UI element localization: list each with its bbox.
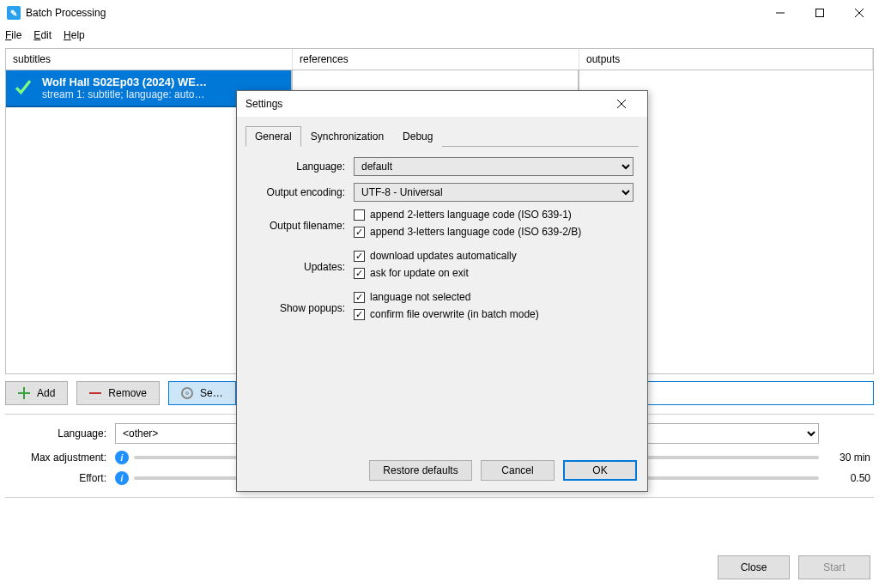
tab-synchronization[interactable]: Synchronization xyxy=(301,126,393,147)
subtitle-item-detail: stream 1: subtitle; language: auto… xyxy=(42,88,207,100)
menu-edit[interactable]: Edit xyxy=(33,29,52,41)
gear-icon xyxy=(181,387,193,399)
checkbox-askexit[interactable] xyxy=(354,268,365,279)
settings-footer: Restore defaults Cancel OK xyxy=(369,460,637,481)
cancel-button[interactable]: Cancel xyxy=(481,460,555,481)
settings-titlebar: Settings xyxy=(237,91,647,117)
checkbox-iso6391-label: append 2-letters language code (ISO 639-… xyxy=(370,209,572,221)
check-icon xyxy=(13,76,33,100)
restore-defaults-button[interactable]: Restore defaults xyxy=(369,460,472,481)
checkbox-langnotsel[interactable] xyxy=(354,292,365,303)
plus-icon xyxy=(18,387,30,399)
language-label: Language: xyxy=(9,427,115,439)
column-outputs[interactable]: outputs xyxy=(579,49,873,70)
checkbox-dlupdates[interactable] xyxy=(354,251,365,262)
ok-button[interactable]: OK xyxy=(563,460,637,481)
setting-language-select[interactable]: default xyxy=(354,157,633,176)
setting-updates-label: Updates: xyxy=(251,261,354,273)
setting-filename-label: Output filename: xyxy=(251,220,354,232)
start-button[interactable]: Start xyxy=(798,555,870,579)
setting-encoding-select[interactable]: UTF-8 - Universal xyxy=(354,183,633,202)
column-subtitles[interactable]: subtitles xyxy=(6,49,293,70)
settings-button[interactable]: Se… xyxy=(168,381,236,405)
info-icon[interactable]: i xyxy=(115,451,129,464)
column-references[interactable]: references xyxy=(293,49,579,70)
settings-close-button[interactable] xyxy=(604,91,639,117)
tab-debug[interactable]: Debug xyxy=(393,126,442,147)
divider xyxy=(5,497,874,498)
tab-general[interactable]: General xyxy=(246,126,301,147)
info-icon[interactable]: i xyxy=(115,471,129,485)
checkbox-confirmover[interactable] xyxy=(354,309,365,320)
settings-dialog: Settings General Synchronization Debug L… xyxy=(236,90,648,492)
menu-file[interactable]: File xyxy=(5,29,21,41)
setting-language-label: Language: xyxy=(251,161,354,173)
effort-value: 0.50 xyxy=(819,472,870,484)
maximize-button[interactable] xyxy=(800,0,840,26)
settings-tabs: General Synchronization Debug xyxy=(246,125,639,147)
remove-button[interactable]: Remove xyxy=(76,381,160,405)
settings-form: Language: default Output encoding: UTF-8… xyxy=(237,147,647,342)
checkbox-iso6391[interactable] xyxy=(354,209,365,221)
menu-bar: File Edit Help xyxy=(0,26,879,45)
svg-rect-1 xyxy=(816,9,824,17)
column-headers: subtitles references outputs xyxy=(5,48,874,70)
checkbox-iso6392-label: append 3-letters language code (ISO 639-… xyxy=(370,226,581,238)
settings-button-label: Se… xyxy=(200,387,223,399)
checkbox-langnotsel-label: language not selected xyxy=(370,291,470,303)
setting-encoding-label: Output encoding: xyxy=(251,186,354,198)
setting-popups-label: Show popups: xyxy=(251,302,354,314)
checkbox-askexit-label: ask for update on exit xyxy=(370,267,469,279)
checkbox-confirmover-label: confirm file overwrite (in batch mode) xyxy=(370,308,539,320)
remove-button-label: Remove xyxy=(108,387,147,399)
add-button[interactable]: Add xyxy=(5,381,68,405)
checkbox-dlupdates-label: download updates automatically xyxy=(370,250,517,262)
max-adjustment-label: Max adjustment: xyxy=(9,452,115,464)
effort-label: Effort: xyxy=(9,472,115,484)
close-footer-button[interactable]: Close xyxy=(718,555,790,579)
titlebar: ✎ Batch Processing xyxy=(0,0,879,26)
app-icon: ✎ xyxy=(7,6,21,20)
settings-title: Settings xyxy=(246,98,604,110)
checkbox-iso6392[interactable] xyxy=(354,227,365,238)
close-button[interactable] xyxy=(840,0,879,26)
window-title: Batch Processing xyxy=(26,7,761,19)
add-button-label: Add xyxy=(37,387,55,399)
minus-icon xyxy=(89,387,101,399)
max-adjustment-value: 30 min xyxy=(819,452,870,464)
menu-help[interactable]: Help xyxy=(64,29,85,41)
subtitle-item-title: Wolf Hall S02Ep03 (2024) WE… xyxy=(42,76,207,88)
minimize-button[interactable] xyxy=(761,0,800,26)
footer: Close Start xyxy=(718,555,870,579)
